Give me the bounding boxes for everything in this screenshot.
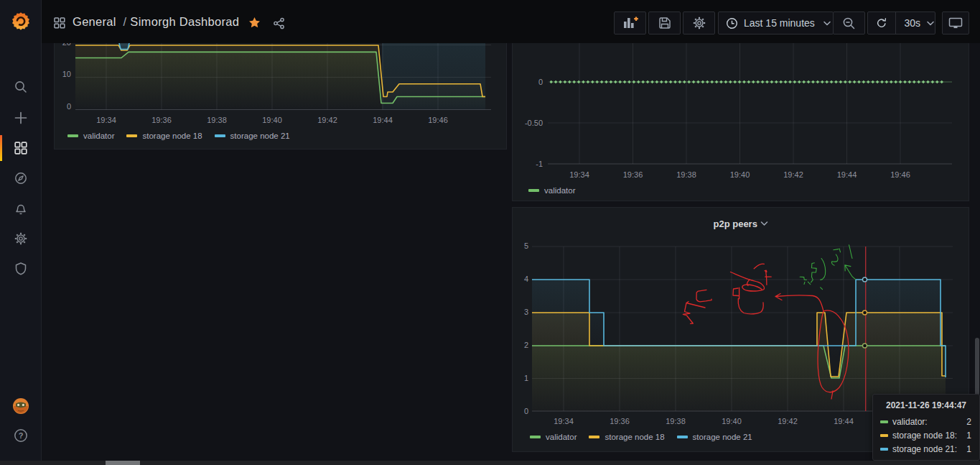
svg-text:?: ? [19, 431, 24, 440]
